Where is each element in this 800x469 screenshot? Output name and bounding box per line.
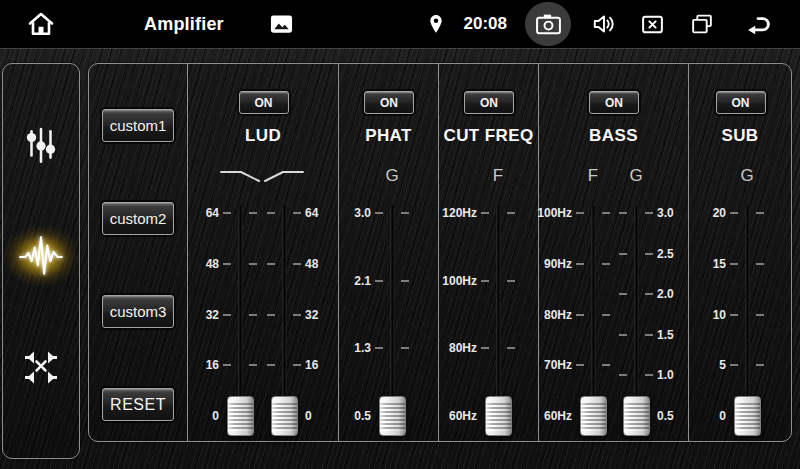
param-letter: F [478,166,518,186]
tick-dash [507,347,515,349]
slider-track[interactable] [390,206,395,420]
sidebar [2,63,80,459]
tick-label: 16 [305,357,339,373]
amplifier-screen: custom1custom2custom3RESET ONLUD64483216… [0,48,800,469]
slider-handle[interactable] [379,396,406,436]
close-window-icon [639,12,666,37]
sound-effect-wave-icon [18,234,64,278]
slider-handle[interactable] [734,396,761,436]
tick-dash [645,293,653,295]
on-button-sub[interactable]: ON [716,91,766,114]
equalizer-icon [24,127,58,165]
preset-custom1-button[interactable]: custom1 [102,109,174,142]
tick-label: 64 [305,205,339,221]
tick-dash [576,212,584,214]
slider-track[interactable] [496,206,501,420]
tick-dash [249,364,257,366]
tick-label: 48 [305,256,339,272]
slider-handle[interactable] [623,396,650,436]
param-letter: G [727,166,767,186]
volume-button[interactable] [590,11,618,37]
tick-dash [619,253,627,255]
tick-label: 0.5 [339,408,371,424]
tick-dash [756,314,764,316]
tick-dash [223,212,231,214]
tick-dash [756,212,764,214]
tick-dash [223,364,231,366]
sidebar-item-sound-effect[interactable] [3,221,79,291]
slider-track[interactable] [238,206,243,420]
on-button-lud[interactable]: ON [239,91,289,114]
tick-dash [730,364,738,366]
tick-label: 1.3 [339,340,371,356]
tick-dash [756,364,764,366]
tick-dash [756,263,764,265]
close-app-button[interactable] [639,12,666,37]
tick-label: 90Hz [539,256,572,272]
on-button-cut-freq[interactable]: ON [464,91,514,114]
tick-label: 2.0 [657,286,689,302]
recent-apps-button[interactable] [688,12,716,37]
tick-label: 5 [689,357,726,373]
preset-custom2-button[interactable]: custom2 [102,202,174,235]
slider-track[interactable] [634,206,639,420]
tick-label: 3.0 [339,205,371,221]
location-icon [425,12,447,36]
tick-dash [602,212,610,214]
tick-dash [576,364,584,366]
tick-label: 120Hz [439,205,477,221]
param-letter: G [372,166,412,186]
tick-label: 20 [689,205,726,221]
photo-icon [270,14,293,34]
column-sub: ONSUBG20151050 [688,64,791,441]
tick-dash [375,280,383,282]
wallpaper-button[interactable] [270,14,293,34]
home-button[interactable] [26,9,56,39]
preset-reset-button[interactable]: RESET [102,388,174,421]
tick-label: 2.1 [339,273,371,289]
slider-handle[interactable] [580,396,607,436]
column-title: PHAT [339,126,438,146]
tick-label: 0 [689,408,726,424]
tick-dash [249,314,257,316]
on-button-phat[interactable]: ON [364,91,414,114]
tick-dash [267,314,275,316]
slider-handle[interactable] [227,396,254,436]
tick-dash [481,212,489,214]
tick-label: 16 [188,357,219,373]
slider-track[interactable] [591,206,596,420]
tick-label: 70Hz [539,357,572,373]
slider-handle[interactable] [271,396,298,436]
column-title: CUT FREQ [439,126,538,146]
tick-dash [730,212,738,214]
preset-custom3-button[interactable]: custom3 [102,295,174,328]
tick-dash [401,347,409,349]
column-title: BASS [539,126,688,146]
gps-button[interactable] [425,12,447,36]
screenshot-button[interactable] [525,2,571,46]
slider-track[interactable] [282,206,287,420]
tick-label: 60Hz [439,408,477,424]
tick-dash [507,212,515,214]
tick-label: 80Hz [539,307,572,323]
param-letter: G [616,166,656,186]
tick-label: 1.5 [657,327,689,343]
sidebar-item-equalizer[interactable] [3,111,79,181]
tick-dash [267,263,275,265]
slider-handle[interactable] [485,396,512,436]
tick-dash [293,263,301,265]
tick-label: 32 [305,307,339,323]
clock: 20:08 [464,14,507,34]
column-phat: ONPHATG3.02.11.30.5 [338,64,438,441]
lo-shelf-curve-icon [262,168,306,184]
back-button[interactable] [742,11,774,37]
tick-label: 60Hz [539,408,572,424]
column-bass: ONBASSFG100Hz90Hz80Hz70Hz60Hz3.02.52.01.… [538,64,688,441]
camera-icon [535,12,562,36]
on-button-bass[interactable]: ON [589,91,639,114]
tick-dash [645,334,653,336]
column-lud: ONLUD644832160644832160 [187,64,338,441]
tick-dash [249,212,257,214]
sidebar-item-speaker-balance[interactable] [3,331,79,401]
slider-track[interactable] [745,206,750,420]
